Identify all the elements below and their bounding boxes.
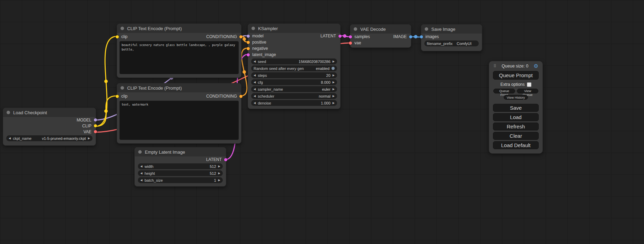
collapse-dot-icon[interactable] (425, 27, 428, 31)
decrement-arrow-icon[interactable]: ◀ (140, 165, 142, 168)
conditioning-slot-dot[interactable] (247, 41, 250, 44)
clear-button[interactable]: Clear (493, 132, 539, 140)
collapse-dot-icon[interactable] (121, 86, 124, 90)
latent-slot-dot[interactable] (224, 158, 227, 161)
input-slot-samples[interactable]: samples (349, 34, 370, 39)
decrement-arrow-icon[interactable]: ◀ (140, 172, 142, 175)
vae-slot-dot[interactable] (349, 42, 352, 45)
image-slot-dot[interactable] (420, 35, 423, 38)
decrement-arrow-icon[interactable]: ◀ (254, 88, 256, 91)
node-load-checkpoint[interactable]: Load Checkpoint MODEL CLIP VAE ◀ ckpt_na… (3, 108, 96, 146)
node-title-bar[interactable]: VAE Decode (350, 25, 411, 34)
collapse-dot-icon[interactable] (354, 27, 357, 31)
increment-arrow-icon[interactable]: ▶ (88, 137, 90, 140)
input-slot-vae[interactable]: vae (349, 40, 361, 45)
extra-options-checkbox[interactable] (527, 82, 531, 87)
collapse-dot-icon[interactable] (138, 150, 142, 154)
decrement-arrow-icon[interactable]: ◀ (254, 95, 256, 98)
node-title-bar[interactable]: Empty Latent Image (135, 147, 226, 156)
input-slot-latent-image[interactable]: latent_image (247, 52, 276, 57)
toggle-dot-icon[interactable] (332, 67, 335, 70)
increment-arrow-icon[interactable]: ▶ (218, 165, 220, 168)
widget-cfg[interactable]: ◀ cfg 8.000 ▶ (251, 79, 337, 85)
clip-slot-dot[interactable] (94, 124, 97, 127)
conditioning-slot-dot[interactable] (247, 47, 250, 50)
conditioning-slot-dot[interactable] (239, 95, 242, 98)
node-clip-text-encode-negative[interactable]: CLIP Text Encode (Prompt) clip CONDITION… (117, 83, 241, 144)
model-slot-dot[interactable] (247, 35, 250, 38)
increment-arrow-icon[interactable]: ▶ (333, 81, 335, 84)
model-slot-dot[interactable] (94, 118, 97, 121)
collapse-dot-icon[interactable] (252, 27, 255, 30)
widget-denoise[interactable]: ◀ denoise 1.000 ▶ (251, 100, 337, 106)
clip-slot-dot[interactable] (116, 95, 119, 98)
increment-arrow-icon[interactable]: ▶ (333, 74, 335, 77)
increment-arrow-icon[interactable]: ▶ (333, 88, 335, 91)
input-slot-clip[interactable]: clip (116, 34, 127, 39)
settings-gear-icon[interactable]: ⚙ (534, 63, 538, 69)
decrement-arrow-icon[interactable]: ◀ (254, 102, 256, 105)
load-default-button[interactable]: Load Default (493, 141, 539, 149)
node-save-image[interactable]: Save Image images filename_prefix ComfyU… (421, 24, 482, 51)
widget-steps[interactable]: ◀ steps 20 ▶ (251, 72, 337, 78)
input-slot-clip[interactable]: clip (116, 94, 127, 99)
output-slot-latent[interactable]: LATENT (320, 34, 342, 38)
widget-width[interactable]: ◀ width 512 ▶ (138, 163, 223, 169)
node-title-bar[interactable]: CLIP Text Encode (Prompt) (117, 83, 241, 92)
drag-handle-icon[interactable]: ⠿ (493, 64, 496, 69)
node-ksampler[interactable]: KSampler model LATENT positive negative (248, 24, 341, 109)
latent-slot-dot[interactable] (338, 35, 342, 38)
widget-scheduler[interactable]: ◀ scheduler normal ▶ (251, 93, 337, 99)
output-slot-clip[interactable]: CLIP (82, 124, 97, 128)
collapse-dot-icon[interactable] (7, 111, 10, 114)
refresh-button[interactable]: Refresh (493, 123, 539, 130)
decrement-arrow-icon[interactable]: ◀ (140, 179, 142, 182)
latent-slot-dot[interactable] (349, 35, 352, 38)
increment-arrow-icon[interactable]: ▶ (333, 60, 335, 63)
graph-canvas[interactable]: Load Checkpoint MODEL CLIP VAE ◀ ckpt_na… (0, 0, 644, 244)
prompt-textarea[interactable]: text, watermark (120, 101, 239, 140)
widget-batch-size[interactable]: ◀ batch_size 1 ▶ (138, 177, 223, 183)
widget-height[interactable]: ◀ height 512 ▶ (138, 170, 223, 176)
latent-slot-dot[interactable] (247, 53, 250, 56)
prompt-textarea[interactable]: beautiful scenery nature glass bottle la… (120, 41, 239, 74)
node-title-bar[interactable]: Save Image (421, 25, 482, 34)
increment-arrow-icon[interactable]: ▶ (333, 95, 335, 98)
output-slot-image[interactable]: IMAGE (393, 34, 412, 39)
input-slot-images[interactable]: images (420, 34, 439, 39)
queue-front-button[interactable]: Queue Front (493, 89, 515, 93)
node-title-bar[interactable]: CLIP Text Encode (Prompt) (117, 24, 241, 33)
widget-filename-prefix[interactable]: filename_prefix ComfyUI (424, 40, 479, 46)
node-clip-text-encode-positive[interactable]: CLIP Text Encode (Prompt) clip CONDITION… (117, 24, 241, 78)
clip-slot-dot[interactable] (116, 35, 119, 38)
collapse-dot-icon[interactable] (121, 27, 124, 30)
view-queue-button[interactable]: View Queue (517, 89, 538, 93)
widget-seed[interactable]: ◀ seed 156680208700286 ▶ (251, 58, 337, 64)
load-button[interactable]: Load (493, 113, 539, 121)
widget-random-seed-toggle[interactable]: Random seed after every gen enabled (251, 65, 337, 71)
image-slot-dot[interactable] (409, 35, 412, 38)
output-slot-conditioning[interactable]: CONDITIONING (206, 94, 242, 99)
node-empty-latent-image[interactable]: Empty Latent Image LATENT ◀ width 512 ▶ … (134, 147, 226, 187)
increment-arrow-icon[interactable]: ▶ (218, 172, 220, 175)
decrement-arrow-icon[interactable]: ◀ (254, 81, 256, 84)
output-slot-conditioning[interactable]: CONDITIONING (206, 34, 242, 39)
decrement-arrow-icon[interactable]: ◀ (254, 60, 256, 63)
node-title-bar[interactable]: Load Checkpoint (3, 108, 96, 117)
input-slot-positive[interactable]: positive (247, 40, 266, 45)
input-slot-negative[interactable]: negative (247, 46, 268, 51)
decrement-arrow-icon[interactable]: ◀ (9, 137, 11, 140)
node-vae-decode[interactable]: VAE Decode samples IMAGE vae (350, 24, 411, 48)
vae-slot-dot[interactable] (94, 130, 97, 133)
node-title-bar[interactable]: KSampler (248, 24, 340, 33)
input-slot-model[interactable]: model (247, 34, 264, 38)
output-slot-vae[interactable]: VAE (83, 129, 97, 134)
increment-arrow-icon[interactable]: ▶ (218, 179, 220, 182)
view-history-button[interactable]: View History (504, 95, 528, 100)
output-slot-model[interactable]: MODEL (77, 118, 97, 123)
queue-prompt-button[interactable]: Queue Prompt (493, 71, 539, 80)
widget-ckpt-name[interactable]: ◀ ckpt_name v1-5-pruned-emaonly.ckpt ▶ (6, 135, 92, 141)
widget-sampler-name[interactable]: ◀ sampler_name euler ▶ (251, 86, 337, 92)
output-slot-latent[interactable]: LATENT (206, 157, 227, 162)
increment-arrow-icon[interactable]: ▶ (333, 102, 335, 105)
